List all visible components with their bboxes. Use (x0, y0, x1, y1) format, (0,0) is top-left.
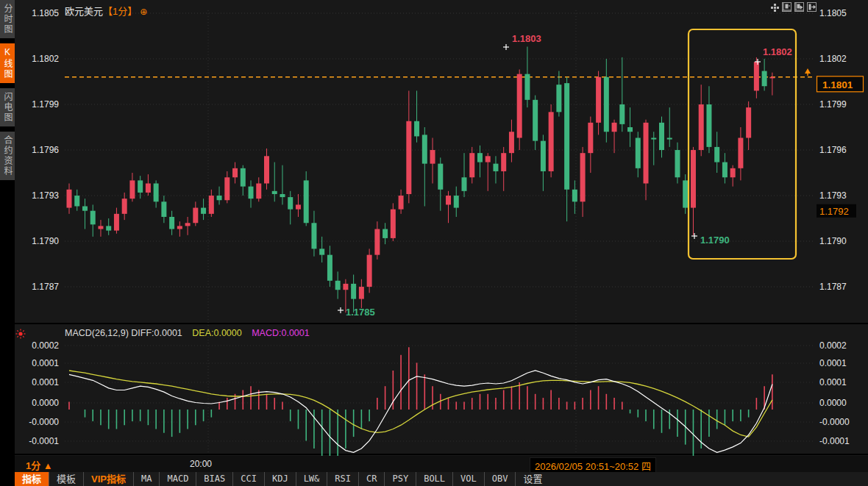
candle (446, 196, 451, 204)
toolbar-tab-2[interactable]: 模板 (49, 472, 83, 486)
candle (580, 153, 586, 201)
candle (154, 184, 159, 202)
candle (351, 284, 356, 299)
candle (391, 210, 396, 238)
low-price-annotation: 1.1785 (346, 307, 375, 318)
candle (232, 168, 238, 177)
low-price-annotation: 1.1790 (700, 235, 730, 246)
candle (636, 137, 641, 168)
macd-axis-label-left: 0.0000 (32, 398, 59, 408)
candle (493, 164, 498, 171)
candle (209, 196, 214, 214)
toolbar-tab-15[interactable]: OBV (484, 472, 516, 486)
candle (769, 77, 775, 79)
candle (122, 199, 127, 214)
candle (644, 123, 649, 184)
sidebar-tab-3[interactable]: 闪电图 (0, 88, 15, 126)
candle (683, 180, 688, 207)
candle (288, 197, 293, 210)
candle (619, 104, 625, 124)
toolbar-tab-16[interactable]: 设置 (515, 472, 549, 486)
toolbar-tab-4[interactable]: MA (133, 472, 159, 486)
price-chart-svg[interactable]: 1.18051.18051.18021.18021.17991.17991.17… (0, 0, 868, 456)
circle-plus-icon[interactable]: ⊕ (140, 7, 147, 17)
price-axis-label-left: 1.1793 (32, 190, 59, 201)
toolbar-tab-12[interactable]: PSY (384, 472, 416, 486)
candle (509, 132, 514, 153)
macd-axis-label-right: -0.0000 (819, 417, 850, 427)
toolbar-tab-14[interactable]: VOL (452, 472, 484, 486)
price-axis-label-left: 1.1799 (32, 99, 59, 110)
candle (746, 107, 751, 137)
toolbar-tab-13[interactable]: BOLL (416, 472, 452, 486)
candle (517, 74, 522, 138)
macd-axis-label-right: 0.0001 (819, 377, 847, 387)
price-axis-label-right: 1.1793 (819, 190, 847, 201)
candle (477, 153, 483, 162)
candle (98, 226, 103, 229)
candle (249, 187, 254, 199)
candle (82, 207, 88, 211)
candle (422, 135, 427, 163)
macd-axis-label-left: -0.0000 (29, 417, 59, 427)
candle (706, 104, 711, 147)
candle (414, 121, 419, 137)
candle (549, 112, 554, 171)
macd-dea-value: DEA:0.0000 (192, 328, 241, 338)
toolbar-tab-7[interactable]: CCI (232, 472, 264, 486)
price-axis-label-right: 1.1805 (819, 8, 847, 18)
candle (730, 168, 736, 177)
candle (138, 180, 143, 193)
candle (161, 201, 166, 217)
candle (327, 255, 332, 281)
candle (762, 71, 767, 87)
macd-params: MACD(26,12,9) (65, 328, 129, 338)
shift-right-icon[interactable] (807, 2, 817, 12)
candle (311, 223, 316, 249)
price-axis-label-right: 1.1790 (819, 236, 847, 246)
macd-axis-label-right: 0.0002 (819, 340, 847, 351)
candle (604, 77, 609, 132)
toolbar-tab-9[interactable]: LW& (296, 472, 327, 486)
axis-zoom-right-icon[interactable] (794, 2, 804, 12)
price-axis-label-right: 1.1802 (819, 54, 847, 64)
candle (667, 137, 672, 139)
candle (90, 211, 96, 225)
toolbar-tab-3[interactable]: VIP指标 (83, 472, 133, 486)
candle (675, 150, 680, 177)
candle (722, 162, 728, 178)
candle (343, 284, 348, 290)
macd-axis-label-left: 0.0001 (32, 358, 59, 368)
prev-close-tag: 1.1792 (819, 206, 849, 217)
price-axis-label-left: 1.1787 (32, 282, 59, 292)
candle (319, 249, 324, 254)
toolbar-tab-10[interactable]: RSI (327, 472, 358, 486)
macd-axis-label-right: 0.0000 (819, 398, 847, 408)
candle (280, 194, 285, 197)
candle (74, 196, 79, 206)
candle (406, 121, 411, 194)
candle (524, 74, 530, 100)
candle (469, 153, 474, 177)
candle (462, 177, 467, 191)
candle (596, 77, 601, 123)
candle (541, 141, 546, 171)
sidebar-tab-4[interactable]: 合约资料 (0, 132, 15, 180)
indicator-toolbar: 指标模板VIP指标MAMACDBIASCCIKDJLW&RSICRPSYBOLL… (15, 472, 868, 486)
sidebar-tab-1[interactable]: 分时图 (0, 0, 15, 38)
toolbar-tab-11[interactable]: CR (358, 472, 384, 486)
macd-axis-label-left: 0.0001 (32, 377, 59, 387)
sidebar-tab-2[interactable]: K线图 (0, 43, 15, 83)
candle (564, 83, 569, 190)
high-price-annotation: 1.1803 (512, 33, 541, 44)
alarm-icon[interactable] (15, 329, 26, 342)
toolbar-tab-1[interactable]: 指标 (15, 472, 49, 486)
toolbar-tab-8[interactable]: KDJ (264, 472, 296, 486)
candle (359, 287, 364, 299)
candle (185, 223, 191, 226)
axis-zoom-left-icon[interactable] (782, 2, 791, 12)
period-selector[interactable]: 1分 ▲ (26, 458, 53, 472)
toolbar-tab-5[interactable]: MACD (159, 472, 196, 486)
crosshair-icon[interactable] (769, 2, 779, 12)
toolbar-tab-6[interactable]: BIAS (196, 472, 232, 486)
